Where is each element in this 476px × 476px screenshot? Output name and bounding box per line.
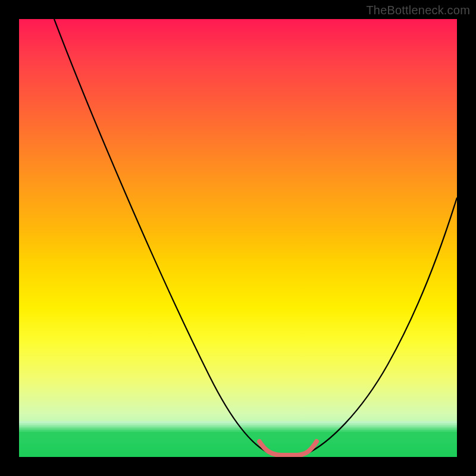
watermark-text: TheBottleneck.com <box>366 4 470 17</box>
bottom-highlight-curve <box>259 441 317 455</box>
curve-layer <box>19 19 457 457</box>
plot-area <box>19 19 457 457</box>
chart-frame: TheBottleneck.com <box>0 0 476 476</box>
bottleneck-curve-right <box>305 198 457 455</box>
bottleneck-curve-left <box>54 19 272 455</box>
